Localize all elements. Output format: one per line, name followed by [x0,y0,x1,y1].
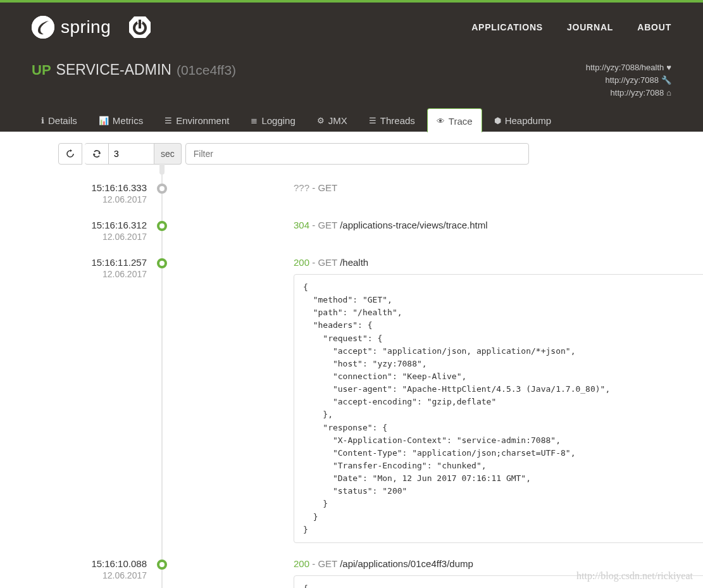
entry-status: 304 [294,220,309,230]
barchart-icon: 📊 [99,116,109,125]
entry-body: 304 - GET /applications-trace/views/trac… [294,220,671,230]
tab-threads[interactable]: ☰Threads [359,108,425,132]
entry-status: 200 [294,257,309,268]
trace-entry[interactable]: 15:16:11.25712.06.2017200 - GET /health{… [32,257,671,543]
tab-details[interactable]: ℹDetails [32,108,87,132]
heartbeat-icon: ♥ [666,63,671,72]
nav-journal[interactable]: JOURNAL [567,22,613,32]
status-up: UP [32,62,51,78]
trace-timeline: 15:16:16.33312.06.2017??? - GET15:16:16.… [32,182,671,588]
entry-path: /health [340,257,368,268]
status-circle-icon [157,258,167,268]
url-list: http://yzy:7088/health♥ http://yzy:7088🔧… [586,61,671,99]
wrench-icon: 🔧 [661,75,671,85]
entry-line: 304 - GET /applications-trace/views/trac… [294,220,671,230]
nav-applications[interactable]: APPLICATIONS [471,22,543,32]
entry-detail[interactable]: { "method": "GET", "path": "/health", "h… [294,274,703,543]
tabs: ℹDetails 📊Metrics ☰Environment ≣Logging … [0,108,703,132]
tab-metrics[interactable]: 📊Metrics [89,108,152,132]
filter-input[interactable] [185,143,529,165]
status-circle-icon [157,221,167,231]
interval-input[interactable] [109,143,154,165]
status-circle-icon [157,184,167,194]
nav-about[interactable]: ABOUT [637,22,671,32]
auto-refresh-button[interactable] [85,143,109,165]
entry-body: ??? - GET [294,182,671,193]
url-home[interactable]: http://yzy:7088⌂ [586,87,671,99]
status-circle-icon [157,560,167,570]
navbar: spring APPLICATIONS JOURNAL ABOUT [0,3,703,51]
url-health[interactable]: http://yzy:7088/health♥ [586,61,671,74]
entry-status: 200 [294,558,309,569]
spring-leaf-icon [32,16,54,39]
entry-time: 15:16:11.25712.06.2017 [32,257,153,279]
refresh-button[interactable] [58,143,82,165]
url-manage[interactable]: http://yzy:7088🔧 [586,74,671,87]
entry-time: 15:16:16.33312.06.2017 [32,182,153,204]
entry-path: /api/applications/01ce4ff3/dump [340,558,473,569]
controls-bar: sec [58,143,671,165]
tab-trace[interactable]: 👁Trace [427,108,482,132]
svg-point-0 [32,16,54,39]
cogs-icon: ⚙ [317,116,325,125]
entry-time: 15:16:16.31212.06.2017 [32,220,153,242]
nav-links: APPLICATIONS JOURNAL ABOUT [471,22,671,32]
entry-line: 200 - GET /api/applications/01ce4ff3/dum… [294,558,671,569]
trace-entry[interactable]: 15:16:10.08812.06.2017200 - GET /api/app… [32,558,671,588]
entry-line: 200 - GET /health [294,257,671,268]
tab-logging[interactable]: ≣Logging [241,108,304,132]
sliders-icon: ≣ [251,116,258,125]
entry-method: GET [318,257,337,268]
cycle-icon [92,149,101,158]
info-icon: ℹ [41,116,44,125]
entry-method: GET [318,558,337,569]
env-icon: ☰ [165,116,172,125]
trace-entry[interactable]: 15:16:16.31212.06.2017304 - GET /applica… [32,220,671,242]
eye-icon: 👁 [437,116,445,126]
home-icon: ⌂ [666,88,671,97]
brand[interactable]: spring [32,15,152,40]
trace-entry[interactable]: 15:16:16.33312.06.2017??? - GET [32,182,671,204]
content: sec 15:16:16.33312.06.2017??? - GET15:16… [0,132,703,588]
power-icon[interactable] [127,15,152,40]
tab-environment[interactable]: ☰Environment [155,108,239,132]
entry-detail[interactable]: { "method": "GET", [294,575,703,588]
service-name: SERVICE-ADMIN [56,61,171,78]
instance-id: (01ce4ff3) [177,63,236,78]
svg-rect-5 [139,20,141,27]
entry-line: ??? - GET [294,182,671,193]
entry-time: 15:16:10.08812.06.2017 [32,558,153,580]
spring-logo: spring [32,16,111,39]
entry-method: GET [318,220,337,230]
entry-status: ??? [294,182,309,193]
entry-path: /applications-trace/views/trace.html [340,220,487,230]
entry-method: GET [318,182,337,193]
list-icon: ☰ [369,116,376,125]
entry-body: 200 - GET /health{ "method": "GET", "pat… [294,257,671,543]
entry-body: 200 - GET /api/applications/01ce4ff3/dum… [294,558,671,588]
brand-text: spring [61,17,111,37]
tab-jmx[interactable]: ⚙JMX [308,108,357,132]
cubes-icon: ⬢ [494,116,501,125]
sub-header: UP SERVICE-ADMIN (01ce4ff3) http://yzy:7… [0,51,703,108]
refresh-icon [66,149,75,158]
tab-heapdump[interactable]: ⬢Heapdump [485,108,561,132]
interval-unit: sec [154,143,182,165]
